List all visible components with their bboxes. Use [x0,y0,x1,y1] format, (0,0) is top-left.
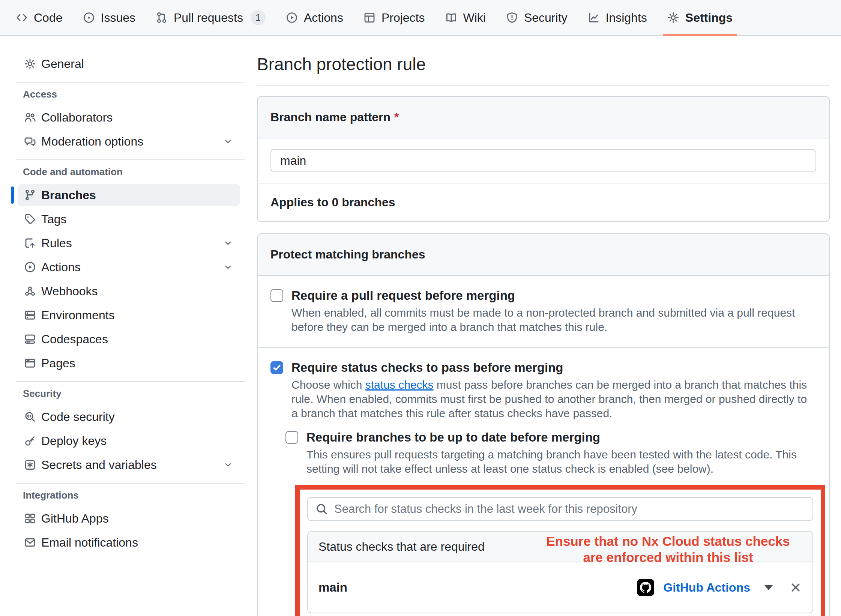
selected-tab-underline [663,34,737,36]
require-up-to-date-checkbox[interactable] [285,431,298,444]
chevron-down-icon [224,460,233,469]
tab-wiki[interactable]: Wiki [437,0,494,35]
tab-actions[interactable]: Actions [278,0,351,35]
key-icon [24,435,36,447]
play-circle-icon [286,12,298,24]
sidebar-item-pages[interactable]: Pages [18,352,240,374]
chevron-down-icon [224,137,233,146]
sidebar-item-secrets-variables[interactable]: Secrets and variables [18,454,240,476]
gear-icon [667,12,679,24]
status-check-name: main [318,580,347,595]
applies-to-branches-text: Applies to 0 branches [258,183,829,221]
search-icon [315,503,328,517]
tab-label: Issues [101,11,135,25]
pull-requests-count-badge: 1 [251,10,266,25]
branch-name-pattern-header: Branch name pattern* [258,97,829,138]
repo-tab-bar: Code Issues Pull requests 1 Actions Proj… [0,0,841,36]
sidebar-item-webhooks[interactable]: Webhooks [18,280,240,302]
remove-status-check-icon[interactable] [789,581,802,594]
webhook-icon [24,285,36,297]
tab-insights[interactable]: Insights [580,0,655,35]
sidebar-item-codespaces[interactable]: Codespaces [18,328,240,350]
tab-security[interactable]: Security [498,0,576,35]
sidebar-item-email-notifications[interactable]: Email notifications [18,531,240,554]
sidebar-item-code-security[interactable]: Code security [18,406,240,428]
sidebar-item-branches[interactable]: Branches [18,184,240,206]
sidebar-section-code-automation: Code and automation [23,166,248,178]
require-pull-request-row: Require a pull request before merging Wh… [258,276,829,348]
tab-label: Settings [685,11,733,25]
require-pull-request-checkbox[interactable] [270,289,283,302]
sidebar-item-github-apps[interactable]: GitHub Apps [18,507,240,530]
sidebar-item-label: Rules [41,236,72,250]
sidebar-item-actions[interactable]: Actions [18,256,240,278]
sidebar-item-label: Branches [41,188,96,202]
tab-label: Pull requests [174,11,243,25]
sidebar-section-integrations: Integrations [23,490,248,501]
sidebar-item-rules[interactable]: Rules [18,232,240,254]
sidebar-item-label: Moderation options [41,135,143,149]
require-pull-request-title: Require a pull request before merging [291,288,515,303]
status-checks-link[interactable]: status checks [365,379,434,391]
sidebar-item-label: Codespaces [41,332,108,346]
chevron-down-icon [224,239,233,248]
status-check-row: main GitHub Actions [308,562,812,613]
apps-grid-icon [24,512,36,524]
require-status-checks-checkbox[interactable] [270,361,283,374]
shield-icon [506,12,518,24]
selected-accent-bar [11,186,14,204]
sidebar-divider [16,82,245,83]
branch-name-pattern-card: Branch name pattern* Applies to 0 branch… [257,96,830,222]
github-logo-icon [637,579,654,596]
tab-projects[interactable]: Projects [355,0,433,35]
sidebar-item-label: Email notifications [41,536,138,550]
tab-label: Projects [381,11,425,25]
sidebar-item-environments[interactable]: Environments [18,304,240,326]
sidebar-item-label: Collaborators [41,111,113,125]
graph-icon [588,12,600,24]
table-icon [363,12,375,24]
annotation-rectangle: Status checks that are required Ensure t… [295,485,825,616]
tab-label: Code [34,11,63,25]
git-pull-request-icon [156,12,168,24]
tab-issues[interactable]: Issues [75,0,144,35]
dropdown-caret-icon[interactable] [764,585,773,590]
git-branch-icon [24,189,36,201]
issue-opened-icon [83,12,95,24]
sidebar-section-security: Security [23,388,248,400]
sidebar-item-label: Secrets and variables [41,458,157,472]
sidebar-item-deploy-keys[interactable]: Deploy keys [18,430,240,452]
sidebar-divider [16,381,245,382]
page-title: Branch protection rule [257,54,830,74]
sidebar-item-moderation-options[interactable]: Moderation options [18,130,240,153]
codespaces-icon [24,333,36,345]
github-actions-link[interactable]: GitHub Actions [663,581,750,595]
browser-icon [24,357,36,369]
require-status-checks-description: Choose which status checks must pass bef… [291,378,816,421]
tab-label: Wiki [463,11,486,25]
book-icon [445,12,457,24]
require-status-checks-row: Require status checks to pass before mer… [258,348,829,616]
tab-pull-requests[interactable]: Pull requests 1 [147,0,274,35]
require-up-to-date-description: This ensures pull requests targeting a m… [306,448,816,476]
tab-code[interactable]: Code [8,0,71,35]
sidebar-item-label: Code security [41,410,115,424]
sidebar-item-label: Webhooks [41,284,98,298]
up-to-date-subsection: Require branches to be up to date before… [285,430,816,616]
asterisk-box-icon [24,459,36,471]
sidebar-item-general[interactable]: General [18,53,240,75]
comment-discussion-icon [24,135,36,147]
server-icon [24,309,36,321]
tab-label: Actions [304,11,343,25]
sidebar-item-tags[interactable]: Tags [18,208,240,230]
annotation-text: Ensure that no Nx Cloud status checks ar… [473,533,813,565]
branch-name-pattern-input[interactable] [270,149,816,172]
status-checks-search-input[interactable] [307,497,813,521]
sidebar-section-access: Access [23,89,248,100]
sidebar-divider [16,159,245,160]
tab-settings[interactable]: Settings [659,0,741,35]
status-checks-table-header: Status checks that are required Ensure t… [308,532,812,562]
sidebar-item-label: GitHub Apps [41,512,109,526]
tag-icon [24,213,36,225]
sidebar-item-collaborators[interactable]: Collaborators [18,106,240,129]
